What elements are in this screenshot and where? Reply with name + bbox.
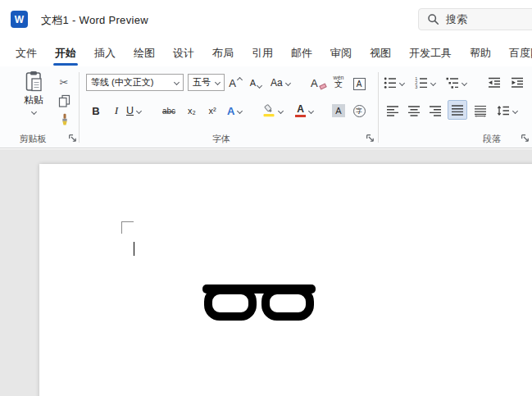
line-spacing-button[interactable]: [497, 102, 517, 120]
tab-developer[interactable]: 开发工具: [400, 39, 461, 66]
align-right-button[interactable]: [428, 102, 443, 120]
character-border-button[interactable]: A: [352, 75, 366, 93]
italic-button[interactable]: I: [109, 102, 124, 120]
increase-indent-button[interactable]: [510, 74, 525, 92]
underline-button[interactable]: U: [126, 102, 141, 120]
paste-dropdown-chevron[interactable]: [30, 109, 36, 115]
chevron-down-icon: [399, 80, 405, 85]
tab-insert[interactable]: 插入: [85, 39, 125, 66]
tab-review[interactable]: 审阅: [321, 39, 361, 66]
ribbon: 粘贴 ✂ 剪贴板 等线 (中文正文): [0, 66, 532, 148]
highlight-color-button[interactable]: [262, 102, 283, 120]
clear-format-glyph: A: [311, 77, 318, 89]
bullets-button[interactable]: [384, 74, 404, 92]
cut-button[interactable]: ✂: [54, 74, 74, 90]
titlebar: W 文档1 - Word Preview 搜索: [0, 0, 532, 39]
enclose-characters-button[interactable]: 字: [352, 102, 366, 120]
font-dialog-launcher[interactable]: [366, 134, 375, 143]
change-case-glyph: Aa: [271, 77, 283, 89]
strikethrough-button[interactable]: abc: [161, 102, 176, 120]
font-name-combo[interactable]: 等线 (中文正文): [86, 74, 184, 91]
search-icon: [427, 13, 439, 25]
eyeglasses-graphic[interactable]: [202, 282, 316, 323]
multilevel-list-button[interactable]: [446, 74, 466, 92]
numbering-button[interactable]: 1 2 3: [415, 74, 435, 92]
copy-icon: [58, 94, 70, 107]
chevron-down-icon: [174, 80, 180, 85]
margin-corner-mark: [121, 221, 134, 234]
shrink-font-glyph: A: [250, 78, 256, 88]
change-case-button[interactable]: Aa: [271, 74, 290, 92]
word-window: W 文档1 - Word Preview 搜索 文件 开始 插入 绘图 设计 布…: [0, 0, 532, 396]
ribbon-tabbar: 文件 开始 插入 绘图 设计 布局 引用 邮件 审阅 视图 开发工具 帮助 百度…: [0, 39, 532, 66]
group-separator: [79, 72, 80, 143]
tab-draw[interactable]: 绘图: [125, 39, 164, 66]
document-canvas: [0, 149, 532, 396]
clipboard-group-label: 剪贴板: [2, 133, 64, 145]
font-size-value: 五号: [193, 76, 211, 89]
copy-button[interactable]: [54, 93, 74, 109]
eraser-icon: [319, 84, 326, 90]
scissors-icon: ✂: [60, 76, 69, 89]
font-group-label: 字体: [164, 133, 279, 145]
text-effects-glyph: A: [227, 105, 234, 117]
tab-mailings[interactable]: 邮件: [282, 39, 321, 66]
distribute-text-button[interactable]: [473, 102, 488, 120]
chevron-down-icon: [512, 107, 518, 113]
tab-baidu-netdisk[interactable]: 百度网盘: [500, 39, 532, 66]
bulleted-list-icon: [384, 76, 397, 89]
text-effects-button[interactable]: A: [227, 102, 242, 120]
superscript-button[interactable]: x²: [205, 102, 220, 120]
font-color-bar: [295, 115, 306, 117]
decrease-indent-button[interactable]: [487, 74, 502, 92]
decrease-indent-icon: [488, 76, 501, 89]
search-box[interactable]: 搜索: [418, 8, 532, 30]
align-center-icon: [407, 104, 421, 117]
character-shading-button[interactable]: A: [331, 102, 346, 120]
align-center-button[interactable]: [407, 102, 421, 120]
font-color-button[interactable]: A: [295, 102, 313, 120]
tab-home[interactable]: 开始: [46, 39, 85, 66]
justify-button[interactable]: [448, 100, 467, 120]
caret-up-icon: [237, 76, 243, 82]
tab-help[interactable]: 帮助: [461, 39, 500, 66]
distributed-icon: [474, 104, 487, 117]
align-left-button[interactable]: [385, 102, 400, 120]
document-page[interactable]: [39, 164, 532, 396]
tab-view[interactable]: 视图: [361, 39, 400, 66]
pinyin-bottom-glyph: 文: [334, 80, 343, 89]
grow-font-button[interactable]: A: [228, 74, 243, 92]
clear-formatting-button[interactable]: A: [311, 74, 326, 92]
text-cursor: [134, 242, 134, 256]
chevron-down-icon: [285, 80, 291, 85]
paragraph-dialog-launcher[interactable]: [521, 134, 530, 143]
chevron-down-icon: [462, 80, 467, 85]
chevron-down-icon: [430, 80, 436, 85]
enclose-char-glyph: 字: [353, 105, 366, 117]
paragraph-group-label: 段落: [459, 133, 525, 145]
chevron-down-icon: [308, 107, 314, 113]
multilevel-list-icon: [446, 76, 459, 89]
bold-button[interactable]: B: [89, 102, 103, 120]
format-painter-button[interactable]: [54, 112, 74, 128]
font-name-value: 等线 (中文正文): [91, 76, 153, 89]
shrink-font-button[interactable]: A: [248, 74, 263, 92]
tab-layout[interactable]: 布局: [203, 39, 243, 66]
tab-design[interactable]: 设计: [164, 39, 203, 66]
align-right-icon: [429, 104, 442, 117]
caret-down-icon: [257, 82, 262, 88]
char-border-glyph: A: [353, 78, 366, 90]
group-separator: [378, 72, 379, 143]
font-size-combo[interactable]: 五号: [188, 74, 225, 91]
tab-file[interactable]: 文件: [7, 39, 46, 66]
subscript-button[interactable]: x₂: [184, 102, 199, 120]
clipboard-dialog-launcher[interactable]: [68, 134, 77, 143]
tab-references[interactable]: 引用: [243, 39, 282, 66]
chevron-down-icon: [215, 80, 221, 85]
phonetic-guide-button[interactable]: wén 文: [331, 72, 346, 90]
paste-button[interactable]: 粘贴: [15, 71, 52, 131]
chevron-down-icon: [278, 107, 284, 113]
align-left-icon: [386, 104, 399, 117]
search-placeholder: 搜索: [446, 12, 467, 27]
document-title: 文档1 - Word Preview: [41, 13, 148, 28]
